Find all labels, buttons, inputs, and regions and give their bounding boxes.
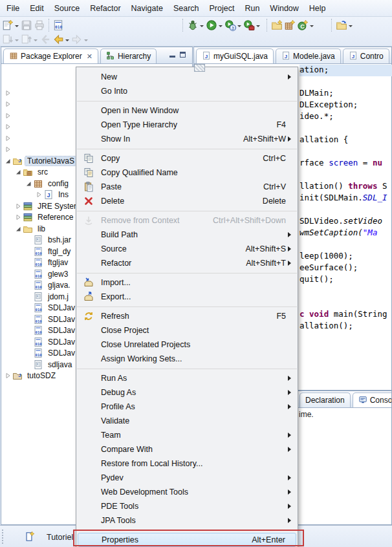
menubar-item-search[interactable]: Search	[168, 0, 204, 17]
view-tab-declaration[interactable]: Declaration	[299, 392, 351, 407]
view-tab-console[interactable]: Console	[353, 392, 391, 407]
run-external-tools-button[interactable]	[243, 18, 261, 32]
menu-item-profile-as[interactable]: Profile As	[76, 400, 298, 414]
new-java-project-button[interactable]	[270, 18, 283, 32]
menubar-item-project[interactable]: Project	[204, 0, 240, 17]
close-icon[interactable]: ✕	[87, 52, 93, 61]
dropdown-arrow-icon[interactable]	[15, 39, 19, 43]
menubar-item-source[interactable]: Source	[49, 0, 85, 17]
expand-arrow-icon[interactable]	[4, 134, 12, 142]
menubar-item-file[interactable]: File	[1, 0, 25, 17]
menu-item-assign-working-sets[interactable]: Assign Working Sets...	[76, 352, 298, 366]
menu-item-properties[interactable]: PropertiesAlt+Enter	[78, 533, 296, 547]
collapse-arrow-icon[interactable]	[4, 157, 12, 165]
expand-arrow-icon[interactable]	[35, 191, 43, 198]
menu-item-restore-from-local-history[interactable]: Restore from Local History...	[76, 456, 298, 471]
new-class-button[interactable]: C	[296, 18, 315, 32]
code-editor[interactable]: ation;DLMain;DLException;ideo.*;allation…	[299, 65, 392, 391]
menu-item-new[interactable]: New	[76, 70, 298, 84]
print-button[interactable]	[33, 18, 46, 32]
menubar-item-navigate[interactable]: Navigate	[126, 0, 168, 17]
menubar-item-run[interactable]: Run	[239, 0, 265, 17]
svg-text:J: J	[18, 372, 21, 378]
dropdown-arrow-icon[interactable]	[349, 25, 353, 29]
menu-item-jpa-tools[interactable]: JPA Tools	[76, 513, 298, 528]
run-history-button[interactable]	[224, 18, 243, 32]
menubar-item-edit[interactable]: Edit	[25, 0, 49, 17]
editor-ruler-corner	[194, 64, 205, 72]
menu-item-refresh[interactable]: RefreshF5	[76, 309, 298, 323]
tree-item-label: glew3	[46, 270, 70, 279]
dropdown-arrow-icon[interactable]	[15, 25, 19, 29]
menu-item-export[interactable]: Export...	[76, 290, 298, 304]
maximize-icon[interactable]	[180, 52, 186, 58]
dropdown-arrow-icon[interactable]	[65, 39, 69, 43]
expand-arrow-icon[interactable]	[4, 100, 12, 108]
dropdown-arrow-icon[interactable]	[84, 39, 88, 43]
menu-item-label: Pydev	[101, 473, 124, 482]
view-tab-hierarchy[interactable]: Hierarchy	[100, 48, 157, 63]
menu-item-delete[interactable]: DeleteDelete	[76, 194, 298, 208]
dropdown-arrow-icon[interactable]	[34, 39, 38, 43]
collapse-arrow-icon[interactable]	[14, 168, 23, 176]
editor-tab-contro[interactable]: JContro	[343, 48, 389, 63]
editor-tab-myguisql-java[interactable]: JmyGuiSQL.java	[196, 48, 274, 63]
menubar-item-refactor[interactable]: Refactor	[85, 0, 125, 17]
menu-item-go-into[interactable]: Go Into	[76, 84, 298, 98]
menu-item-import[interactable]: Import...	[76, 275, 298, 290]
new-wizard-button[interactable]	[1, 18, 20, 32]
menu-item-validate[interactable]: Validate	[76, 414, 298, 428]
menu-item-copy-qualified-name[interactable]: Copy Qualified Name	[76, 166, 298, 180]
menu-item-paste[interactable]: PasteCtrl+V	[76, 180, 298, 194]
svg-text:J: J	[285, 53, 287, 59]
collapse-arrow-icon[interactable]	[14, 225, 23, 233]
menu-item-copy[interactable]: CopyCtrl+C	[76, 151, 298, 166]
save-button[interactable]	[20, 18, 33, 32]
previous-annotation-button[interactable]	[20, 32, 39, 47]
menu-item-refactor[interactable]: RefactorAlt+Shift+T	[76, 256, 298, 270]
menu-item-team[interactable]: Team	[76, 428, 298, 442]
menu-item-pydev[interactable]: Pydev	[76, 471, 298, 485]
menu-item-pde-tools[interactable]: PDE Tools	[76, 499, 298, 513]
menubar-item-window[interactable]: Window	[265, 0, 303, 17]
back-button[interactable]	[52, 32, 71, 47]
menubar-item-help[interactable]: Help	[304, 0, 331, 17]
menu-item-debug-as[interactable]: Debug As	[76, 385, 298, 400]
dropdown-arrow-icon[interactable]	[256, 25, 260, 29]
menu-item-close-project[interactable]: Close Project	[76, 323, 298, 338]
open-element-button[interactable]	[335, 18, 354, 32]
debug-button[interactable]	[186, 18, 205, 32]
menu-item-open-type-hierarchy[interactable]: Open Type HierarchyF4	[76, 118, 298, 132]
menu-item-compare-with[interactable]: Compare With	[76, 442, 298, 456]
menu-item-show-in[interactable]: Show InAlt+Shift+W	[76, 132, 298, 146]
editor-tab-modele-java[interactable]: JModele.java	[276, 48, 341, 63]
view-tab-package-explorer[interactable]: Package Explorer✕	[3, 48, 98, 63]
dropdown-arrow-icon[interactable]	[237, 25, 241, 29]
dropdown-arrow-icon[interactable]	[219, 25, 223, 29]
new-package-button[interactable]	[283, 18, 296, 32]
dropdown-arrow-icon[interactable]	[200, 25, 204, 29]
minimize-icon[interactable]	[169, 52, 175, 58]
expand-arrow-icon[interactable]	[14, 213, 23, 221]
menu-item-close-unrelated-projects[interactable]: Close Unrelated Projects	[76, 338, 298, 352]
forward-button[interactable]	[71, 32, 89, 47]
java-file-icon: J	[43, 189, 54, 200]
menu-item-build-path[interactable]: Build Path	[76, 228, 298, 242]
expand-arrow-icon[interactable]	[14, 202, 23, 210]
collapse-arrow-icon[interactable]	[25, 180, 33, 188]
menu-item-web-development-tools[interactable]: Web Development Tools	[76, 485, 298, 499]
menu-item-run-as[interactable]: Run As	[76, 371, 298, 385]
dropdown-arrow-icon[interactable]	[310, 25, 314, 29]
last-edit-location-button[interactable]	[39, 32, 52, 47]
expand-arrow-icon[interactable]	[4, 123, 12, 131]
expand-arrow-icon[interactable]	[4, 112, 12, 120]
menu-item-source[interactable]: SourceAlt+Shift+S	[76, 242, 298, 256]
toolbar-separator	[182, 19, 183, 32]
binary-editor-button[interactable]: 010	[52, 18, 65, 32]
next-annotation-button[interactable]	[1, 32, 20, 47]
menu-item-open-in-new-window[interactable]: Open in New Window	[76, 103, 298, 118]
run-button[interactable]	[205, 18, 224, 32]
expand-arrow-icon[interactable]	[4, 89, 12, 97]
expand-arrow-icon[interactable]	[4, 372, 12, 380]
expand-arrow-icon[interactable]	[4, 145, 12, 153]
